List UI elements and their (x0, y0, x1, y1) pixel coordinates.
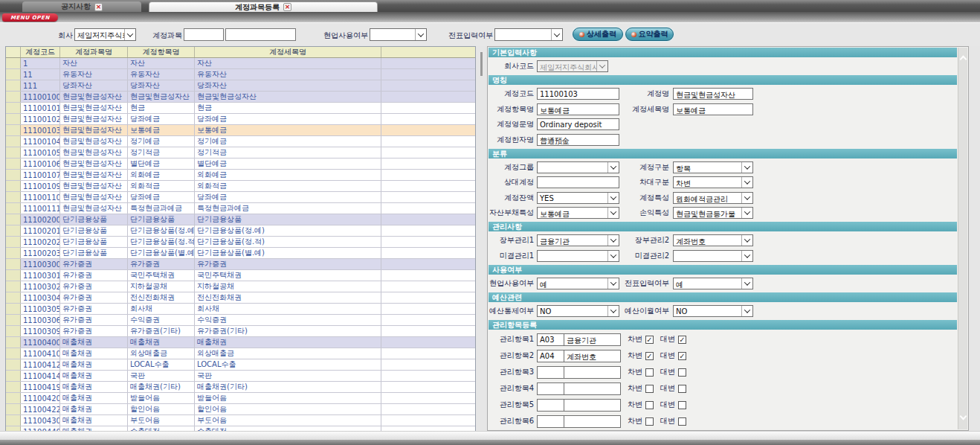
account-code-input[interactable] (184, 28, 224, 41)
row-selector-cell[interactable] (6, 203, 21, 214)
table-row[interactable]: 11100201단기금융상품단기금융상품(정.예)단기금융상품(정.예) (6, 225, 475, 237)
mgmt-item-6-name-input[interactable] (564, 415, 621, 428)
mgmt-item-2-debit-checkbox[interactable]: ✓ (645, 352, 654, 360)
table-row[interactable]: 11100100현금및현금성자산현금및현금성자산현금및현금성자산 (6, 92, 475, 103)
row-selector-cell[interactable] (6, 92, 21, 102)
row-selector-cell[interactable] (6, 181, 21, 191)
field-use-yn-select[interactable]: 예 (537, 278, 619, 289)
row-selector-cell[interactable] (6, 237, 21, 247)
mgmt-item-4-name-input[interactable] (564, 382, 621, 395)
mgmt-item-3-name-input[interactable] (564, 366, 621, 379)
mgmt-item-2-code-input[interactable]: A04 (537, 350, 564, 362)
account-attribute-select[interactable]: 원화예적금관리 (673, 192, 753, 204)
table-row[interactable]: 11100103현금및현금성자산보통예금보통예금 (6, 125, 475, 136)
budget-carryover-yn-select[interactable]: NO (673, 305, 753, 317)
mgmt-item-2-name-input[interactable]: 계좌번호 (564, 350, 621, 362)
table-row[interactable]: 11100410매출채권외상매출금외상매출금 (6, 348, 475, 359)
account-type-select[interactable]: 항목 (673, 161, 753, 173)
mgmt-item-1-debit-checkbox[interactable]: ✓ (645, 336, 654, 344)
table-row[interactable]: 11100430매출채권부도어음부도어음 (6, 415, 475, 426)
row-selector-cell[interactable] (6, 103, 21, 113)
mgmt-item-4-debit-checkbox[interactable] (645, 385, 654, 393)
row-selector-cell[interactable] (6, 337, 21, 348)
row-selector-cell[interactable] (6, 326, 21, 336)
table-row[interactable]: 11100105현금및현금성자산정기적금정기적금 (6, 147, 475, 159)
mgmt-item-5-name-input[interactable] (564, 399, 621, 412)
mgmt-item-3-code-input[interactable] (537, 366, 564, 379)
table-row[interactable]: 11100200단기금융상품단기금융상품단기금융상품 (6, 214, 475, 225)
account-chinese-name-input[interactable]: 普通預金 (537, 134, 619, 146)
mgmt-item-4-code-input[interactable] (537, 382, 564, 395)
row-selector-cell[interactable] (6, 147, 21, 158)
row-selector-cell[interactable] (6, 393, 21, 403)
company-select[interactable]: 제일저지주식회사 (74, 28, 136, 41)
scroll-up-icon[interactable] (961, 57, 966, 62)
row-selector-cell[interactable] (6, 114, 21, 124)
table-row[interactable]: 11100109현금및현금성자산외화적금외화적금 (6, 181, 475, 192)
mgmt-item-1-name-input[interactable]: 금융기관 (564, 333, 621, 346)
mgmt-item-6-credit-checkbox[interactable] (678, 417, 686, 426)
mgmt-item-3-debit-checkbox[interactable] (645, 368, 654, 377)
account-english-name-input[interactable]: Ordinary deposit (537, 118, 619, 130)
account-code-input[interactable]: 11100103 (537, 88, 619, 100)
open-item-mgmt-1-select[interactable] (537, 250, 619, 262)
column-header-detail-name[interactable]: 계정세목명 (195, 47, 381, 57)
table-row[interactable]: 11100301유가증권국민주택채권국민주택채권 (6, 270, 475, 281)
table-row[interactable]: 11100302유가증권지하철공채지하철공채 (6, 281, 475, 292)
account-detail-name-input[interactable]: 보통예금 (673, 103, 753, 115)
mgmt-item-1-credit-checkbox[interactable]: ✓ (678, 336, 686, 344)
row-selector-cell[interactable] (6, 69, 21, 80)
row-selector-cell[interactable] (6, 315, 21, 325)
table-row[interactable]: 11100107현금및현금성자산외화예금외화예금 (6, 170, 475, 181)
table-row[interactable]: 11100101현금및현금성자산현금현금 (6, 103, 475, 114)
detail-print-button[interactable]: 상세출력 (573, 28, 623, 41)
mgmt-item-5-credit-checkbox[interactable] (678, 401, 686, 409)
mgmt-item-4-credit-checkbox[interactable] (678, 385, 686, 393)
table-row[interactable]: 11유동자산유동자산유동자산 (6, 69, 475, 80)
scrollbar-thumb[interactable] (480, 52, 483, 76)
mgmt-item-5-code-input[interactable] (537, 399, 564, 412)
table-row[interactable]: 11100414매출채권국판국판 (6, 371, 475, 382)
menu-open-button[interactable]: MENU OPEN (2, 13, 58, 22)
column-header-account-name[interactable]: 계정과목명 (60, 47, 128, 57)
table-row[interactable]: 111당좌자산당좌자산당좌자산 (6, 80, 475, 92)
tab-close-icon[interactable]: × (94, 3, 103, 11)
ledger-mgmt-2-select[interactable]: 계좌번호 (673, 234, 753, 246)
row-selector-cell[interactable] (6, 281, 21, 292)
table-row[interactable]: 11100102현금및현금성자산당좌예금당좌예금 (6, 114, 475, 125)
slip-entry-select[interactable] (494, 28, 563, 41)
row-selector-cell[interactable] (6, 371, 21, 381)
debit-credit-type-select[interactable]: 차변 (673, 176, 753, 188)
column-header-account-code[interactable]: 계정코드 (21, 47, 60, 57)
table-row[interactable]: 1자산자산자산 (6, 58, 475, 69)
tab-notice[interactable]: 공지사항 × (22, 1, 141, 12)
row-selector-cell[interactable] (6, 170, 21, 180)
row-selector-cell[interactable] (6, 214, 21, 225)
table-row[interactable]: 11100306유가증권수익증권수익증권 (6, 315, 475, 326)
open-item-mgmt-2-select[interactable] (673, 250, 753, 262)
account-name-input[interactable]: 현금및현금성자산 (673, 88, 753, 100)
row-selector-cell[interactable] (6, 292, 21, 303)
row-selector-cell[interactable] (6, 270, 21, 281)
row-selector-cell[interactable] (6, 159, 21, 169)
row-selector-cell[interactable] (6, 136, 21, 147)
mgmt-item-3-credit-checkbox[interactable] (678, 368, 686, 377)
asset-liability-attribute-select[interactable]: 보통예금 (537, 207, 619, 219)
row-selector-cell[interactable] (6, 259, 21, 269)
scroll-down-icon[interactable] (961, 414, 966, 419)
row-selector-cell[interactable] (6, 304, 21, 314)
row-selector-cell[interactable] (6, 382, 21, 392)
tab-account-registration[interactable]: 계정과목등록 × (149, 1, 378, 12)
table-row[interactable]: 11100203단기금융상품단기금융상품(별.예)단기금융상품(별.예) (6, 248, 475, 259)
mgmt-item-5-debit-checkbox[interactable] (645, 401, 654, 409)
table-row[interactable]: 11100106현금및현금성자산별단예금별단예금 (6, 159, 475, 170)
tab-close-icon[interactable]: × (283, 3, 291, 11)
slip-entry-yn-select[interactable]: 예 (673, 278, 753, 289)
row-selector-cell[interactable] (6, 248, 21, 258)
row-selector-cell[interactable] (6, 58, 21, 68)
table-row[interactable]: 11100110현금및현금성자산당좌예금당좌예금 (6, 192, 475, 203)
row-selector-cell[interactable] (6, 192, 21, 202)
row-selector-cell[interactable] (6, 348, 21, 359)
table-row[interactable]: 11100305유가증권회사채회사채 (6, 304, 475, 315)
account-item-name-input[interactable]: 보통예금 (537, 103, 619, 115)
